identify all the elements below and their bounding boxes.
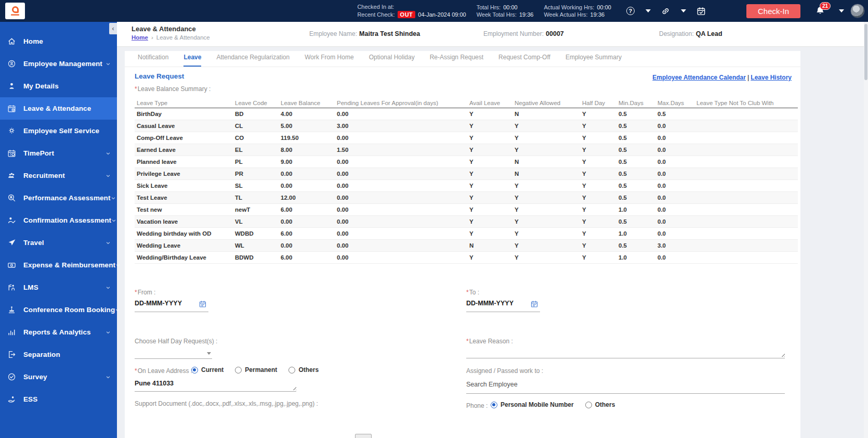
- table-cell: 0.00: [335, 218, 467, 225]
- breadcrumb-home-link[interactable]: Home: [131, 34, 148, 41]
- sidebar-collapse-button[interactable]: ‹: [109, 23, 117, 34]
- recent-check-value: 04-Jan-2024 09:00: [418, 11, 466, 18]
- sidebar-item-my-details[interactable]: My Details: [0, 75, 117, 97]
- employee-management-icon: [7, 59, 16, 68]
- total-hours-block: Total Hrs: 00:00 Week Total Hrs: 19:36: [477, 4, 534, 18]
- sidebar-item-employee-self-service[interactable]: Employee Self Service: [0, 120, 117, 142]
- table-cell: N: [512, 111, 580, 117]
- table-cell: 0.00: [279, 242, 335, 249]
- address-textarea[interactable]: Pune 411033: [135, 380, 296, 392]
- column-header: Leave Type: [135, 100, 233, 106]
- sidebar-item-separation[interactable]: Separation: [0, 343, 117, 366]
- table-row: Casual LeaveCL5.003.00YYY0.50.0: [135, 120, 798, 132]
- to-date-input[interactable]: DD-MMM-YYYY: [466, 300, 540, 312]
- table-cell: Comp-Off Leave: [135, 135, 233, 141]
- sidebar-item-reports-analytics[interactable]: Reports & Analytics: [0, 321, 117, 343]
- resize-handle[interactable]: [781, 353, 785, 357]
- sidebar-item-survey[interactable]: Survey: [0, 366, 117, 388]
- radio-permanent[interactable]: [235, 367, 242, 373]
- on-leave-address-label: *On Leave Address :: [135, 367, 192, 375]
- chevron-down-icon[interactable]: [679, 6, 688, 16]
- table-cell: Y: [580, 135, 616, 141]
- attendance-calendar-icon[interactable]: [696, 6, 706, 16]
- table-cell: 8.00: [279, 147, 335, 153]
- calendar-icon[interactable]: [531, 300, 538, 308]
- sidebar-item-employee-management[interactable]: Employee Management: [0, 53, 117, 75]
- chevron-down-icon[interactable]: [643, 6, 653, 16]
- table-cell: Y: [512, 242, 580, 249]
- radio-current[interactable]: [191, 367, 198, 373]
- table-row: Privilege LeavePR0.000.00YNY0.50.0: [135, 168, 798, 180]
- tab-optional-holiday[interactable]: Optional Holiday: [369, 54, 415, 67]
- company-logo[interactable]: [5, 3, 25, 19]
- checked-in-label: Checked In at:: [357, 4, 394, 10]
- table-row: Sick LeaveSL0.000.00YYY0.50.0: [135, 180, 798, 192]
- separation-icon: [7, 350, 16, 359]
- table-cell: 0.00: [279, 218, 335, 225]
- sidebar-item-leave-attendance[interactable]: Leave & Attendance: [0, 97, 117, 120]
- table-cell: 0.00: [335, 171, 467, 177]
- table-cell: Wedding birthday with OD: [135, 230, 233, 237]
- table-cell: 0.00: [335, 183, 467, 189]
- tab-attendance-regularization[interactable]: Attendance Regularization: [216, 54, 290, 67]
- employee-attendance-calendar-link[interactable]: Employee Attendance Calendar: [652, 74, 746, 81]
- sidebar-item-home[interactable]: Home: [0, 30, 117, 53]
- sidebar-item-confirmation-assessment[interactable]: Confirmation Assessment: [0, 209, 117, 231]
- link-icon[interactable]: [661, 6, 670, 16]
- tab-work-from-home[interactable]: Work From Home: [305, 54, 353, 67]
- table-cell: Sick Leave: [135, 183, 233, 189]
- sidebar-item-recruitment[interactable]: Recruitment: [0, 164, 117, 187]
- table-cell: 3.0: [655, 242, 694, 249]
- table-cell: 119.50: [279, 135, 335, 141]
- sidebar-item-conference-room-booking[interactable]: Conference Room Booking: [0, 299, 117, 321]
- sidebar-item-expense-reimbursement[interactable]: Expense & Reimbursement: [0, 254, 117, 276]
- tab-notification[interactable]: Notification: [138, 54, 168, 67]
- table-cell: Y: [580, 195, 616, 201]
- tab-leave[interactable]: Leave: [183, 54, 201, 67]
- radio-others[interactable]: [288, 367, 295, 373]
- tab-employee-summary[interactable]: Employee Summary: [565, 54, 622, 67]
- sidebar-item-travel[interactable]: Travel: [0, 231, 117, 254]
- resize-handle[interactable]: [292, 386, 296, 390]
- table-cell: 0.00: [335, 195, 467, 201]
- table-cell: Y: [467, 159, 512, 165]
- content-card: Notification Leave Attendance Regulariza…: [125, 51, 800, 438]
- chevron-down-icon[interactable]: [837, 6, 846, 16]
- table-cell: CL: [233, 123, 279, 129]
- sidebar-item-timeport[interactable]: TimePort: [0, 142, 117, 164]
- tab-re-assign-request[interactable]: Re-Assign Request: [430, 54, 483, 67]
- search-employee-input[interactable]: Search Employee: [466, 381, 785, 394]
- table-cell: 0.5: [616, 195, 655, 201]
- help-icon[interactable]: ?: [626, 6, 635, 16]
- leave-reason-textarea[interactable]: [466, 348, 785, 358]
- table-cell: N: [512, 171, 580, 177]
- choose-file-button[interactable]: [355, 434, 372, 438]
- table-cell: 3.00: [335, 123, 467, 129]
- to-label: *To :: [466, 289, 479, 296]
- table-cell: 0.5: [655, 111, 694, 117]
- scrollbar-thumb[interactable]: [864, 24, 867, 80]
- column-header: Leave Code: [233, 100, 279, 106]
- radio-personal-mobile[interactable]: [491, 402, 497, 408]
- sidebar-item-lms[interactable]: LMS: [0, 276, 117, 299]
- check-in-button[interactable]: Check-In: [746, 4, 800, 18]
- table-cell: 0.5: [616, 183, 655, 189]
- survey-icon: [7, 372, 16, 381]
- employee-name-value: Maitra Test Shindea: [359, 30, 420, 37]
- from-date-input[interactable]: DD-MMM-YYYY: [135, 300, 208, 312]
- user-avatar[interactable]: [850, 4, 865, 18]
- vertical-scrollbar[interactable]: [864, 22, 868, 438]
- table-cell: WDBD: [233, 230, 279, 237]
- actual-working-label: Actual Working Hrs:: [544, 4, 594, 10]
- travel-icon: [7, 238, 16, 247]
- table-cell: 0.00: [335, 207, 467, 213]
- sidebar-item-ess[interactable]: ESS: [0, 388, 117, 410]
- radio-phone-others[interactable]: [585, 402, 592, 408]
- notifications-bell-icon[interactable]: 21: [815, 6, 825, 16]
- calendar-icon[interactable]: [199, 300, 206, 308]
- half-day-select[interactable]: [135, 349, 212, 359]
- tab-request-comp-off[interactable]: Request Comp-Off: [498, 54, 550, 67]
- sidebar-item-performance-assessment[interactable]: Performance Assessment: [0, 187, 117, 209]
- phone-radio-group: Personal Mobile Number Others: [491, 401, 626, 408]
- leave-history-link[interactable]: Leave History: [751, 74, 792, 81]
